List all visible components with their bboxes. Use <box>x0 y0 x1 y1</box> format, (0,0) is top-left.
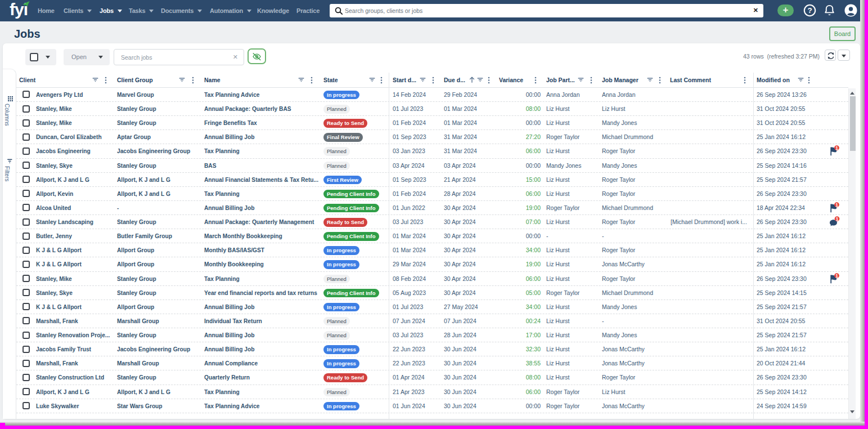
svg-text:1: 1 <box>835 146 838 151</box>
svg-text:?: ? <box>807 6 812 15</box>
svg-text:1: 1 <box>836 217 839 222</box>
svg-text:1: 1 <box>835 203 838 208</box>
svg-text:1: 1 <box>835 273 838 278</box>
